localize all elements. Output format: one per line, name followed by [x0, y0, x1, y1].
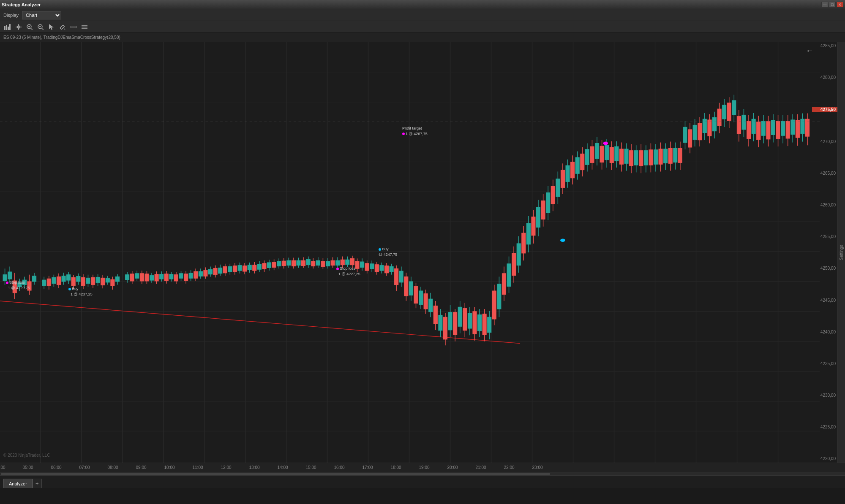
display-label: Display [3, 13, 19, 18]
svg-rect-145 [267, 263, 271, 268]
svg-rect-191 [331, 260, 335, 265]
svg-rect-57 [3, 275, 7, 281]
svg-rect-257 [517, 244, 521, 266]
svg-rect-326 [659, 149, 662, 164]
svg-rect-339 [713, 117, 717, 131]
svg-rect-241 [488, 317, 491, 332]
settings-label[interactable]: Settings [839, 243, 844, 262]
svg-rect-284 [575, 157, 579, 173]
svg-rect-99 [101, 278, 105, 285]
svg-rect-141 [248, 265, 251, 270]
tab-add-button[interactable]: + [33, 479, 42, 488]
svg-rect-237 [468, 313, 472, 328]
time-1000: 10:00 [164, 465, 174, 470]
svg-rect-121 [145, 274, 149, 281]
menu-icon[interactable] [80, 23, 89, 31]
time-0500: 05:00 [22, 465, 33, 470]
svg-rect-298 [644, 151, 648, 165]
measure-icon[interactable] [69, 23, 78, 31]
copyright-text: © 2023 NinjaTrader, LLC [3, 453, 50, 458]
svg-rect-312 [590, 146, 594, 163]
svg-rect-0 [4, 26, 5, 30]
display-select[interactable]: Chart Performance Trades Orders [22, 11, 61, 19]
svg-rect-308 [571, 162, 575, 178]
svg-rect-61 [18, 283, 22, 287]
close-button[interactable]: ✕ [837, 2, 843, 8]
svg-rect-165 [262, 263, 266, 269]
svg-rect-193 [341, 260, 344, 265]
minimize-button[interactable]: — [821, 2, 828, 8]
title-bar: Strategy Analyzer — □ ✕ [0, 0, 845, 9]
svg-rect-59 [8, 272, 12, 279]
bar-chart-icon[interactable] [3, 23, 12, 31]
zoom-out-icon[interactable] [36, 23, 45, 31]
svg-rect-277 [541, 201, 545, 219]
chart-info-text: ES 09-23 (5 Minute), TradingDJEmaSmaCros… [3, 35, 120, 40]
crosshair-icon[interactable] [14, 23, 23, 31]
svg-rect-177 [326, 261, 330, 266]
maximize-button[interactable]: □ [829, 2, 836, 8]
time-1700: 17:00 [362, 465, 373, 470]
svg-rect-63 [23, 280, 27, 285]
svg-rect-306 [561, 170, 565, 188]
svg-rect-209 [375, 265, 379, 272]
svg-rect-290 [605, 145, 609, 160]
svg-rect-383 [806, 119, 810, 136]
svg-rect-275 [532, 217, 535, 236]
svg-rect-181 [346, 260, 349, 264]
chart-area[interactable]: ← [0, 42, 845, 463]
svg-rect-129 [184, 274, 188, 281]
svg-rect-109 [160, 274, 164, 279]
svg-rect-75 [62, 276, 65, 282]
svg-rect-235 [458, 307, 462, 326]
svg-rect-335 [693, 125, 697, 139]
horizontal-scrollbar[interactable] [0, 472, 845, 475]
svg-rect-320 [630, 151, 633, 166]
draw-icon[interactable] [58, 23, 67, 31]
svg-rect-367 [727, 103, 731, 121]
tab-bar: Analyzer + [0, 475, 845, 488]
svg-rect-85 [106, 278, 109, 282]
svg-rect-273 [522, 233, 526, 253]
svg-rect-304 [673, 148, 677, 163]
svg-rect-105 [135, 274, 139, 278]
svg-rect-207 [365, 263, 369, 271]
chart-info-bar: ES 09-23 (5 Minute), TradingDJEmaSmaCros… [0, 33, 845, 42]
tab-analyzer-label: Analyzer [9, 481, 27, 486]
scrollbar-thumb[interactable] [1, 473, 550, 475]
svg-rect-345 [742, 115, 746, 129]
svg-rect-93 [71, 277, 75, 285]
svg-point-331 [603, 142, 608, 145]
svg-rect-97 [91, 277, 95, 285]
tab-add-icon: + [35, 480, 39, 487]
svg-rect-205 [355, 261, 359, 268]
tab-analyzer[interactable]: Analyzer [3, 479, 33, 488]
svg-rect-189 [321, 261, 325, 266]
svg-rect-231 [433, 306, 437, 324]
svg-rect-355 [791, 120, 795, 134]
svg-rect-211 [385, 266, 389, 273]
time-0800: 08:00 [107, 465, 118, 470]
toolbar-row: Display Chart Performance Trades Orders [0, 9, 845, 21]
svg-rect-171 [297, 260, 300, 265]
time-axis: 04:00 05:00 06:00 07:00 08:00 09:00 10:0… [0, 463, 845, 472]
svg-rect-125 [164, 274, 168, 281]
svg-rect-127 [174, 275, 178, 281]
svg-rect-167 [272, 262, 276, 267]
pointer-icon[interactable] [47, 23, 56, 31]
zoom-in-icon[interactable] [25, 23, 34, 31]
svg-rect-179 [336, 260, 340, 265]
navigate-back-button[interactable]: ← [804, 46, 815, 56]
time-2200: 22:00 [504, 465, 514, 470]
time-1200: 12:00 [221, 465, 231, 470]
svg-rect-89 [47, 279, 51, 286]
svg-rect-353 [781, 121, 785, 135]
svg-rect-333 [683, 127, 687, 142]
svg-rect-288 [595, 143, 599, 158]
svg-rect-229 [424, 294, 428, 309]
svg-rect-73 [52, 277, 56, 283]
svg-rect-363 [708, 120, 711, 136]
svg-rect-265 [556, 179, 560, 197]
svg-rect-282 [566, 165, 570, 182]
svg-rect-2 [8, 27, 9, 30]
